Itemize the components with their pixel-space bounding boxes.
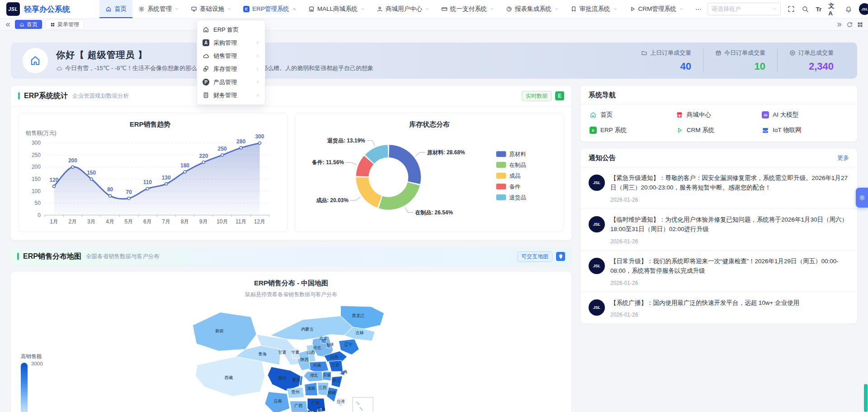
font-size-icon[interactable]: Tr — [816, 6, 821, 13]
sysnav-title: 系统导航 — [589, 91, 616, 99]
province-label-福建: 福建 — [328, 390, 336, 395]
sysnav-item-商城中心[interactable]: 商城中心 — [676, 111, 762, 119]
menu-item-采购管理[interactable]: A采购管理 — [197, 36, 265, 49]
sysnav-item-ERP 系统[interactable]: EERP 系统 — [590, 126, 676, 134]
sysnav-item-首页[interactable]: 首页 — [590, 111, 676, 119]
sysnav-item-IoT 物联网[interactable]: IoT 物联网 — [762, 126, 848, 134]
chevrons-left-icon[interactable] — [5, 21, 11, 28]
menu-item-库存管理[interactable]: 库存管理 — [197, 62, 265, 76]
accent-bar — [17, 253, 19, 260]
sysnav-item-AI 大模型[interactable]: AIAI 大模型 — [762, 111, 848, 119]
submenu-arrow-icon — [255, 41, 259, 45]
report-icon — [506, 6, 512, 12]
sysnav-item-label: AI 大模型 — [773, 111, 798, 119]
province-label-陕西: 陕西 — [300, 357, 308, 362]
province-label-江西: 江西 — [318, 385, 326, 390]
data-label: 120 — [50, 177, 59, 183]
refresh-icon[interactable] — [846, 21, 853, 28]
translate-icon[interactable]: 文A — [828, 2, 838, 17]
chevron-down-icon — [679, 7, 684, 11]
stat-订单总成交量: 订单总成交量2,340 — [777, 49, 845, 72]
app-logo: JSL — [6, 2, 20, 16]
notice-date: 2026-01-26 — [610, 197, 849, 203]
svg-text:退货品: 退货品 — [509, 194, 526, 201]
legend-gradient-bar — [21, 363, 28, 412]
nav-item-基础设施[interactable]: 基础设施 — [185, 0, 237, 18]
menu-item-销售管理[interactable]: 销售管理 — [197, 49, 265, 62]
legend-item-在制品[interactable]: 在制品 — [496, 162, 526, 168]
theme-settings-button[interactable] — [856, 188, 868, 208]
china-map[interactable]: 新疆西藏青海甘肃内蒙古黑龙江吉林辽宁河北北京天津山西山东河南江苏上海安徽浙江湖北… — [192, 306, 391, 412]
province-label-河北: 河北 — [312, 346, 321, 350]
legend-item-原材料[interactable]: 原材料 — [496, 151, 527, 157]
nav-item-报表集成系统[interactable]: 报表集成系统 — [500, 0, 565, 18]
nav-item-⋯[interactable]: ⋯ — [689, 0, 708, 18]
nav-item-统一支付系统[interactable]: 统一支付系统 — [435, 0, 500, 18]
menu-item-财务管理[interactable]: 财务管理 — [197, 89, 265, 102]
nav-item-审批流系统[interactable]: 审批流系统 — [565, 0, 623, 18]
stat-value: 2,340 — [789, 61, 834, 72]
submenu-arrow-icon — [255, 54, 259, 58]
tab-首页[interactable]: 首页 — [15, 20, 42, 29]
legend-high-label: 高销售额 — [21, 353, 43, 360]
province-label-天津: 天津 — [326, 342, 334, 347]
menu-item-产品管理[interactable]: P产品管理 — [197, 76, 265, 89]
nav-item-MALL商城系统[interactable]: MALL商城系统 — [302, 0, 371, 18]
nav-item-CRM管理系统[interactable]: CRM管理系统 — [623, 0, 690, 18]
legend-item-成品[interactable]: 成品 — [496, 173, 521, 179]
notice-date: 2026-01-26 — [610, 238, 849, 245]
x-tick-label: 9月 — [199, 218, 208, 225]
slice-label: 退货品: 13.19% — [327, 137, 365, 144]
data-label: 110 — [143, 179, 152, 185]
sysnav-item-CRM 系统[interactable]: CRM 系统 — [676, 126, 762, 134]
notice-item[interactable]: JSL【临时维护通知】：为优化用户体验并修复已知问题，系统将于2026年1月30… — [580, 208, 857, 250]
notices-more-link[interactable]: 更多 — [837, 154, 849, 162]
data-point — [109, 194, 112, 197]
province-label-新疆: 新疆 — [215, 329, 223, 333]
slice-原材料[interactable] — [389, 145, 421, 184]
stat-今日订单成交量: 今日订单成交量10 — [703, 49, 777, 72]
province-label-吉林: 吉林 — [355, 331, 364, 335]
chevrons-right-icon[interactable] — [836, 21, 843, 28]
nav-item-商城用户中心[interactable]: 商城用户中心 — [371, 0, 435, 18]
data-label: 150 — [87, 170, 96, 176]
slice-成品[interactable] — [356, 177, 382, 208]
brand[interactable]: JSL 轻享办公系统 — [6, 2, 99, 16]
cloud-icon — [203, 52, 209, 59]
legend-item-退货品[interactable]: 退货品 — [496, 194, 526, 201]
label-line — [415, 152, 425, 156]
search-icon[interactable] — [802, 5, 809, 13]
notice-item[interactable]: JSL【日常升级】：我们的系统即将迎来一次“健康检查”！2026年1月29日（周… — [580, 250, 857, 292]
map-visual-legend: 高销售额 3000 0 低销售额 — [21, 353, 43, 412]
notice-item[interactable]: JSL【紧急升级通知】：尊敬的客户：因安全漏洞修复需求，系统需立即升级。2026… — [580, 167, 857, 208]
x-tick-label: 11月 — [236, 218, 246, 225]
avatar[interactable]: JSL — [859, 3, 868, 15]
chevron-down-icon — [227, 7, 231, 11]
province-label-贵州: 贵州 — [291, 390, 299, 394]
province-label-山西: 山西 — [307, 350, 315, 355]
province-label-四川: 四川 — [278, 376, 286, 380]
submenu-arrow-icon — [255, 80, 259, 84]
tenant-select[interactable]: 请选择租户 — [708, 3, 781, 15]
scrollbar-thumb[interactable] — [864, 384, 868, 412]
slice-在制品[interactable] — [379, 182, 420, 210]
legend-item-备件[interactable]: 备件 — [496, 184, 521, 190]
erp-dropdown-menu: ERP 首页A采购管理销售管理库存管理P产品管理财务管理 — [197, 20, 265, 105]
inventory-donut-chart: 库存状态分布原材料: 28.68%在制品: 26.54%成品: 20.03%备件… — [295, 113, 564, 232]
label-line — [367, 141, 375, 146]
nav-item-ERP管理系统[interactable]: EERP管理系统 — [237, 0, 302, 18]
notice-item[interactable]: JSL【系统广播】：国内使用最广泛的快速开发平台，远超 10w+ 企业使用202… — [580, 292, 857, 324]
svg-text:原材料: 原材料 — [509, 151, 526, 157]
bell-icon[interactable] — [845, 5, 852, 13]
nav-item-首页[interactable]: 首页 — [99, 0, 132, 18]
notices-list: JSL【紧急升级通知】：尊敬的客户：因安全漏洞修复需求，系统需立即升级。2026… — [580, 167, 857, 323]
nav-item-系统管理[interactable]: 系统管理 — [132, 0, 185, 18]
label-line — [346, 162, 357, 165]
province-新疆[interactable] — [193, 312, 256, 351]
y-tick-label: 150 — [32, 176, 41, 182]
tab-菜单管理[interactable]: 菜单管理 — [46, 20, 84, 29]
x-tick-label: 4月 — [106, 218, 114, 225]
fullscreen-icon[interactable] — [788, 5, 795, 13]
layout-grid-icon[interactable] — [857, 21, 863, 28]
menu-item-ERP 首页[interactable]: ERP 首页 — [197, 23, 265, 36]
